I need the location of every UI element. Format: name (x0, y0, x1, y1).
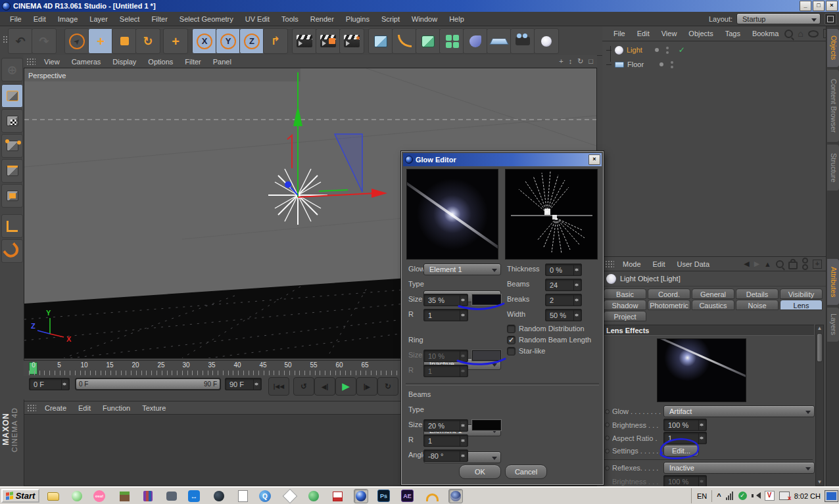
cancel-button[interactable]: Cancel (505, 465, 547, 479)
attr-menu-edit[interactable]: Edit (647, 260, 671, 268)
star-like-checkbox[interactable] (507, 347, 515, 355)
tab-basic[interactable]: Basic (604, 288, 646, 299)
lock-x-button[interactable]: X (192, 28, 217, 54)
width-field[interactable]: 50 % (545, 309, 582, 321)
tab-photometric[interactable]: Photometric (648, 300, 690, 310)
add-spline-button[interactable] (392, 28, 417, 54)
attr-menu-mode[interactable]: Mode (617, 260, 647, 268)
attr-menu-user-data[interactable]: User Data (671, 260, 716, 268)
thickness-field[interactable]: 0 % (545, 263, 582, 276)
ring-r-field[interactable]: 1 (423, 365, 468, 377)
viewport-menu-filter[interactable]: Filter (179, 58, 206, 66)
spinner-arrows[interactable] (61, 378, 68, 390)
volume-icon[interactable] (752, 492, 760, 499)
live-selection-tool[interactable]: ➤ (64, 28, 89, 54)
make-editable-button[interactable]: ⊕ (1, 58, 23, 81)
undo-button[interactable]: ↶ (8, 28, 33, 54)
menu-edit[interactable]: Edit (28, 15, 52, 23)
viewport-name-label[interactable]: Perspective (28, 72, 66, 80)
taskbar-plugin-icon[interactable] (330, 489, 345, 503)
render-view-button[interactable] (292, 28, 317, 54)
viewport-maximize-icon[interactable]: □ (588, 57, 593, 66)
tab-lens[interactable]: Lens (780, 300, 823, 310)
start-button[interactable]: Start (1, 489, 39, 503)
beams-size-field[interactable]: 20 % (423, 419, 468, 432)
taskbar-steam-icon[interactable] (212, 489, 226, 503)
spinner-arrows[interactable] (698, 419, 706, 430)
frame-range-slider[interactable]: 0 F 90 F (75, 378, 221, 390)
menu-file[interactable]: File (4, 15, 28, 23)
history-forward-icon[interactable]: ▶ (754, 260, 759, 268)
spinner-arrows[interactable] (573, 309, 581, 321)
add-panel-icon[interactable]: + (813, 260, 822, 269)
edge-mode-button[interactable] (1, 159, 23, 183)
settings-edit-button[interactable]: Edit... (663, 445, 699, 457)
language-indicator[interactable]: EN (697, 492, 707, 500)
viewport-rotate-icon[interactable]: ↻ (577, 57, 583, 66)
glow-dropdown[interactable]: Artifact (663, 405, 815, 417)
material-menu-function[interactable]: Function (97, 404, 136, 412)
menu-tools[interactable]: Tools (276, 15, 304, 23)
om-menu-bookmarks[interactable]: Bookma (746, 30, 784, 37)
z-axis-handle[interactable] (285, 181, 291, 188)
breaks-field[interactable]: 2 (545, 294, 582, 306)
spinner-arrows[interactable] (698, 432, 706, 444)
tab-noise[interactable]: Noise (736, 300, 779, 310)
search-icon[interactable] (776, 260, 784, 268)
brightness-field[interactable]: 100 % (663, 419, 707, 431)
viewport-menu-display[interactable]: Display (107, 58, 142, 66)
antivirus-v-icon[interactable]: V (765, 491, 775, 501)
beams-color-swatch[interactable] (471, 419, 502, 431)
om-menu-view[interactable]: View (656, 30, 683, 37)
glow-color-swatch[interactable] (471, 294, 502, 306)
taskbar-discord-icon[interactable] (164, 489, 179, 503)
scale-tool[interactable] (112, 28, 137, 54)
add-light-button[interactable] (534, 28, 559, 54)
rotate-tool[interactable]: ↻ (135, 28, 160, 54)
beams-r-field[interactable]: 1 (423, 434, 468, 447)
end-frame-field[interactable]: 90 F (225, 378, 262, 390)
taskbar-notepad-icon[interactable] (235, 489, 250, 503)
beams-count-field[interactable]: 24 (545, 279, 582, 291)
taskbar-minecraft-icon[interactable] (117, 489, 132, 503)
layout-save-icon[interactable] (825, 13, 836, 25)
viewport-menu-cameras[interactable]: Cameras (66, 58, 107, 66)
next-key-button[interactable]: ↻ (377, 377, 398, 396)
menu-script[interactable]: Script (375, 15, 406, 23)
material-menu-create[interactable]: Create (39, 404, 72, 412)
ok-button[interactable]: OK (459, 465, 501, 479)
taskbar-folder-icon[interactable] (46, 489, 60, 503)
viewport-zoom-icon[interactable]: ↕ (569, 57, 573, 66)
tab-project[interactable]: Project (604, 311, 646, 321)
search-icon[interactable] (784, 30, 793, 38)
polygon-mode-button[interactable] (1, 184, 23, 208)
menu-filter[interactable]: Filter (145, 15, 173, 23)
add-cube-button[interactable] (368, 28, 393, 54)
lock-y-button[interactable]: Y (216, 28, 241, 54)
home-icon[interactable]: ⌂ (798, 30, 803, 37)
spinner-arrows[interactable] (460, 294, 467, 306)
snap-button[interactable] (1, 239, 23, 263)
spinner-arrows[interactable] (573, 264, 581, 275)
move-tool[interactable]: + (88, 28, 113, 54)
menu-plugins[interactable]: Plugins (340, 15, 375, 23)
render-settings-button[interactable]: * (339, 28, 364, 54)
close-button[interactable]: × (826, 1, 838, 11)
spinner-arrows[interactable] (460, 435, 467, 446)
show-hidden-icons-chevron[interactable]: ^ (717, 492, 721, 500)
scroll-up-icon[interactable]: ▲ (816, 325, 823, 332)
spinner-arrows[interactable] (460, 450, 467, 461)
add-floor-button[interactable] (487, 28, 512, 54)
axis-mode-button[interactable] (1, 214, 23, 238)
attribute-grip[interactable] (605, 260, 614, 268)
previous-frame-button[interactable]: ◀| (314, 377, 335, 396)
om-menu-file[interactable]: File (608, 30, 631, 37)
scrollbar-thumb[interactable] (817, 333, 823, 362)
tab-caustics[interactable]: Caustics (692, 300, 734, 310)
add-deformer-button[interactable] (463, 28, 488, 54)
add-subdivision-button[interactable] (416, 28, 441, 54)
redo-button[interactable]: ↷ (32, 28, 57, 54)
lock-icon[interactable] (788, 262, 798, 269)
editor-visibility-dot[interactable] (655, 48, 659, 52)
minimize-button[interactable]: _ (800, 1, 811, 11)
